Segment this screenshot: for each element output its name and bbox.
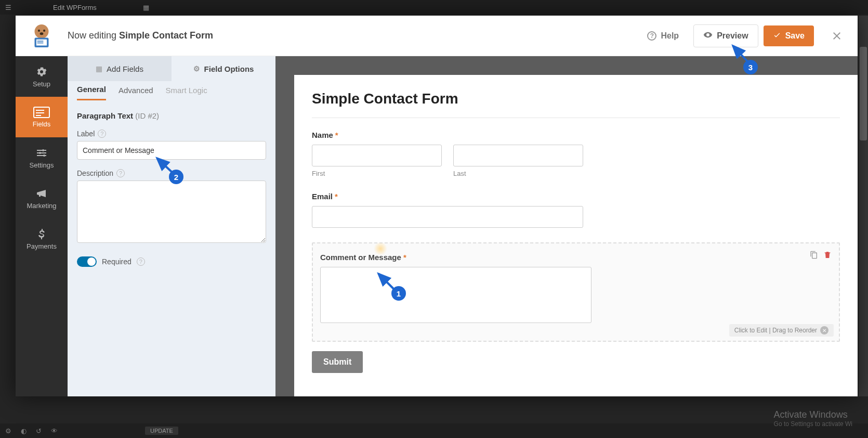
form-preview: Simple Contact Form Name* First Last	[294, 75, 858, 396]
builder-leftnav: Setup Fields Settings Marketing Payments	[16, 56, 68, 396]
email-label: Email	[312, 192, 333, 201]
help-button[interactable]: ? Help	[638, 26, 688, 46]
megaphone-icon	[35, 187, 48, 200]
submit-button[interactable]: Submit	[312, 351, 363, 373]
field-options-subtabs: General Advanced Smart Logic	[68, 81, 275, 104]
editing-label: Now editing Simple Contact Form	[68, 30, 213, 41]
gear-icon	[35, 66, 48, 78]
label-caption: Label	[77, 130, 95, 138]
nav-marketing-label: Marketing	[27, 202, 56, 210]
windows-watermark: Activate Windows Go to Settings to activ…	[774, 409, 852, 428]
description-input[interactable]	[77, 181, 266, 243]
nav-fields[interactable]: Fields	[16, 97, 68, 137]
eye-icon	[703, 30, 713, 42]
first-sublabel: First	[312, 170, 442, 177]
check-icon	[773, 31, 781, 41]
required-asterisk: *	[335, 192, 338, 201]
field-hint-text: Click to Edit | Drag to Reorder	[734, 327, 817, 334]
svg-point-2	[43, 29, 45, 31]
nav-payments[interactable]: Payments	[16, 218, 68, 259]
scrollbar-track[interactable]	[859, 16, 868, 396]
svg-point-0	[35, 24, 49, 38]
help-label: Help	[661, 31, 679, 41]
required-toggle[interactable]	[77, 256, 97, 267]
tab-add-fields-label: Add Fields	[107, 65, 143, 73]
help-tooltip-icon[interactable]: ?	[98, 130, 106, 138]
email-field[interactable]: Email*	[312, 192, 840, 228]
comment-textarea[interactable]	[320, 267, 591, 323]
field-options-panel: ▦ Add Fields ⚙ Field Options General Adv…	[68, 56, 275, 396]
divider	[312, 118, 840, 118]
subtab-advanced[interactable]: Advanced	[119, 86, 153, 100]
save-label: Save	[785, 31, 805, 41]
required-label: Required	[102, 257, 131, 266]
svg-line-15	[378, 274, 395, 290]
comment-label: Comment or Message	[320, 253, 401, 262]
help-tooltip-icon[interactable]: ?	[137, 257, 145, 266]
name-label: Name	[312, 131, 333, 139]
sliders-icon	[35, 147, 48, 159]
nav-settings[interactable]: Settings	[16, 137, 68, 178]
builder-main: Setup Fields Settings Marketing Payments	[16, 56, 858, 396]
save-button[interactable]: Save	[764, 25, 814, 46]
svg-point-13	[39, 152, 41, 154]
wp-page-title: Edit WPForms	[53, 4, 97, 11]
preview-form-title: Simple Contact Form	[312, 91, 840, 107]
settings-small-icon[interactable]: ⚙	[5, 427, 11, 435]
preview-label: Preview	[717, 31, 748, 41]
update-button[interactable]: UPDATE	[145, 427, 178, 435]
subtab-smart-logic[interactable]: Smart Logic	[166, 86, 207, 100]
last-name-input[interactable]	[453, 145, 583, 166]
nav-payments-label: Payments	[27, 242, 57, 250]
svg-rect-11	[36, 115, 41, 116]
dollar-icon	[35, 228, 48, 240]
svg-point-12	[42, 149, 44, 151]
email-input[interactable]	[312, 206, 583, 228]
svg-point-3	[40, 32, 44, 35]
collapse-icon[interactable]: ◐	[21, 427, 27, 435]
delete-icon[interactable]	[823, 251, 832, 261]
panel-tabs: ▦ Add Fields ⚙ Field Options	[68, 56, 275, 81]
field-id: (ID #2)	[135, 111, 159, 120]
now-editing-text: Now editing	[68, 30, 116, 41]
field-hint: Click to Edit | Drag to Reorder ✕	[729, 324, 834, 337]
required-row: Required ?	[77, 256, 266, 267]
hint-close-icon[interactable]: ✕	[820, 326, 828, 334]
form-name[interactable]: Simple Contact Form	[119, 30, 213, 41]
svg-line-17	[733, 46, 748, 62]
subtab-general[interactable]: General	[77, 85, 106, 100]
watermark-sub: Go to Settings to activate Wi	[774, 420, 852, 428]
svg-line-16	[157, 158, 173, 173]
nav-setup-label: Setup	[33, 80, 50, 88]
scrollbar-thumb[interactable]	[860, 47, 867, 140]
sliders-small-icon: ⚙	[193, 65, 200, 73]
close-builder-button[interactable]	[826, 25, 847, 46]
annotation-3: 3	[743, 60, 758, 74]
nav-marketing[interactable]: Marketing	[16, 178, 68, 218]
history-icon[interactable]: ↺	[36, 427, 42, 435]
first-name-input[interactable]	[312, 145, 442, 166]
hamburger-icon[interactable]: ☰	[5, 4, 11, 11]
required-asterisk: *	[403, 253, 406, 262]
svg-point-1	[38, 29, 40, 31]
nav-setup[interactable]: Setup	[16, 56, 68, 97]
field-type-heading: Paragraph Text (ID #2)	[77, 111, 266, 120]
annotation-1: 1	[391, 286, 406, 301]
svg-rect-9	[36, 110, 44, 111]
watermark-title: Activate Windows	[774, 409, 848, 420]
wpforms-logo-icon	[28, 22, 56, 50]
tab-field-options[interactable]: ⚙ Field Options	[172, 56, 275, 81]
preview-canvas: Simple Contact Form Name* First Last	[275, 56, 858, 396]
apps-grid-icon[interactable]: ▦	[143, 4, 149, 11]
form-builder-modal: Now editing Simple Contact Form ? Help P…	[16, 16, 858, 396]
field-type-name: Paragraph Text	[77, 111, 133, 120]
eye-small-icon[interactable]: 👁	[51, 427, 58, 435]
name-field[interactable]: Name* First Last	[312, 131, 840, 177]
duplicate-icon[interactable]	[810, 251, 818, 261]
svg-point-14	[43, 154, 45, 157]
nav-settings-label: Settings	[30, 161, 54, 169]
tab-add-fields[interactable]: ▦ Add Fields	[68, 56, 172, 81]
cursor-highlight	[373, 242, 388, 255]
svg-rect-10	[36, 112, 44, 113]
help-tooltip-icon[interactable]: ?	[116, 169, 125, 177]
